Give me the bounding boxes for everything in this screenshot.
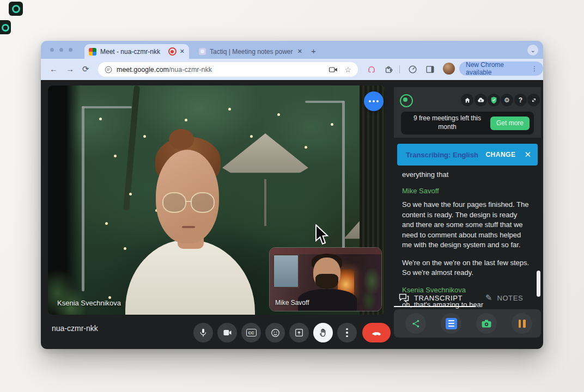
sidebar-footer-tabs: TRANSCRIPT ✎ NOTES bbox=[394, 289, 541, 307]
pip-video-tile[interactable]: Mike Savoff bbox=[270, 248, 381, 311]
home-button[interactable] bbox=[461, 94, 473, 106]
participant-hair-bun bbox=[169, 129, 194, 150]
videocam-icon bbox=[223, 329, 232, 336]
transcribing-banner: Transcribing: English CHANGE ✕ bbox=[397, 144, 538, 166]
tactiq-sidebar: ⚙ ? 9 free meetings left this month Get … bbox=[394, 87, 541, 349]
meeting-code-label: nua-czmr-nkk bbox=[52, 324, 98, 333]
camera-in-use-icon[interactable] bbox=[329, 66, 338, 74]
tactiq-chat-bubble-button[interactable] bbox=[364, 91, 384, 111]
end-call-button[interactable] bbox=[362, 323, 391, 342]
share-button[interactable] bbox=[405, 313, 426, 334]
tactiq-actions-bar bbox=[394, 309, 541, 338]
tab-close-icon[interactable]: ✕ bbox=[180, 48, 185, 55]
chrome-update-button[interactable]: New Chrome available ⋮ bbox=[459, 62, 543, 76]
google-meet-favicon bbox=[89, 48, 96, 56]
microphone-button[interactable] bbox=[193, 323, 213, 342]
glasses-lens bbox=[191, 192, 215, 213]
tab-recording-indicator-icon bbox=[168, 47, 177, 56]
address-bar[interactable]: meet.google.com/nua-czmr-nkk ☆ bbox=[98, 62, 358, 77]
transcript-text: We're on the we're on the last few steps… bbox=[402, 258, 531, 278]
desktop: Meet - nua-czmr-nkk ✕ Tactiq | Meeting n… bbox=[0, 0, 584, 392]
diagonal-resize-icon bbox=[531, 97, 537, 103]
emoji-icon bbox=[271, 328, 280, 338]
close-banner-icon[interactable]: ✕ bbox=[524, 150, 531, 160]
chat-transcript-icon bbox=[399, 293, 409, 302]
profile-avatar[interactable] bbox=[443, 63, 455, 75]
quota-text: 9 free meetings left this month bbox=[406, 114, 490, 131]
pergola-beam bbox=[82, 106, 132, 108]
side-panel-icon[interactable] bbox=[425, 65, 435, 74]
window-minimize-button[interactable] bbox=[59, 48, 63, 52]
tab-transcript[interactable]: TRANSCRIPT bbox=[394, 289, 467, 307]
camera-icon bbox=[481, 319, 492, 328]
tab-tactiq[interactable]: Tactiq | Meeting notes power ✕ bbox=[194, 44, 307, 59]
active-tab-underline bbox=[394, 306, 476, 307]
transcript-text: So we have the four pages finished. The … bbox=[402, 200, 531, 250]
collapse-panel-button[interactable] bbox=[527, 94, 540, 106]
tactiq-extension-icon[interactable] bbox=[367, 65, 376, 74]
change-language-button[interactable]: CHANGE bbox=[485, 151, 515, 158]
more-options-button[interactable] bbox=[337, 323, 357, 342]
ellipsis-icon bbox=[369, 100, 379, 102]
captions-button[interactable]: CC bbox=[241, 323, 261, 342]
window-maximize-button[interactable] bbox=[69, 48, 72, 52]
screen-recording-icon-partial bbox=[0, 20, 11, 34]
bookmark-star-icon[interactable]: ☆ bbox=[344, 65, 351, 74]
glasses-bridge bbox=[185, 201, 192, 202]
back-button[interactable]: ← bbox=[50, 64, 58, 74]
help-button[interactable]: ? bbox=[514, 94, 527, 106]
get-more-button[interactable]: Get more bbox=[490, 117, 530, 130]
recording-dot-icon bbox=[12, 5, 20, 13]
glasses-lens bbox=[162, 192, 186, 213]
browser-menu-icon[interactable]: ⋮ bbox=[531, 65, 538, 72]
gauge-extension-icon[interactable] bbox=[408, 65, 417, 74]
url-host: meet.google.com bbox=[117, 66, 169, 74]
upload-button[interactable] bbox=[474, 94, 487, 106]
google-docs-icon bbox=[446, 318, 457, 329]
present-screen-icon bbox=[295, 328, 303, 337]
reactions-button[interactable] bbox=[265, 323, 285, 342]
export-to-docs-button[interactable] bbox=[441, 313, 461, 334]
tactiq-header: ⚙ ? 9 free meetings left this month Get … bbox=[394, 87, 541, 138]
tab-title: Tactiq | Meeting notes power bbox=[210, 48, 294, 56]
settings-button[interactable]: ⚙ bbox=[501, 94, 513, 106]
tab-meet[interactable]: Meet - nua-czmr-nkk ✕ bbox=[84, 44, 189, 59]
participant-beard bbox=[315, 274, 338, 289]
plant bbox=[361, 262, 381, 310]
extensions-puzzle-icon[interactable] bbox=[384, 65, 393, 74]
screen-recording-icon bbox=[9, 2, 23, 16]
privacy-shield-button[interactable] bbox=[488, 94, 500, 106]
camera-button[interactable] bbox=[217, 323, 237, 342]
transcript-text: everything that bbox=[402, 170, 531, 180]
forward-button[interactable]: → bbox=[66, 64, 74, 74]
browser-toolbar: ← → ⟳ meet.google.com/nua-czmr-nkk ☆ bbox=[41, 59, 543, 80]
transcribing-label: Transcribing: English bbox=[406, 151, 485, 159]
quota-card: 9 free meetings left this month Get more bbox=[401, 112, 534, 134]
tab-notes[interactable]: ✎ NOTES bbox=[467, 289, 541, 307]
tactiq-logo-icon bbox=[400, 94, 413, 107]
screenshot-button[interactable] bbox=[476, 313, 497, 334]
participant-mouth bbox=[182, 226, 195, 228]
toolbar-separator bbox=[399, 65, 400, 74]
browser-window: Meet - nua-czmr-nkk ✕ Tactiq | Meeting n… bbox=[41, 41, 543, 349]
window-close-button[interactable] bbox=[50, 48, 54, 52]
pause-transcription-button[interactable] bbox=[512, 313, 532, 334]
meet-page: Ksenia Svechnikova Mike Savoff nua-cz bbox=[41, 80, 543, 349]
more-vertical-icon bbox=[346, 328, 348, 338]
transcript-tab-label: TRANSCRIPT bbox=[414, 294, 463, 302]
window bbox=[273, 254, 299, 288]
raise-hand-button[interactable] bbox=[313, 323, 333, 342]
tab-search-chevron-button[interactable]: ⌄ bbox=[527, 45, 538, 56]
reload-button[interactable]: ⟳ bbox=[82, 64, 89, 74]
site-settings-tune-icon[interactable] bbox=[105, 66, 112, 74]
umbrella-pole bbox=[264, 179, 266, 226]
chrome-update-label: New Chrome available bbox=[466, 61, 527, 76]
tab-title: Meet - nua-czmr-nkk bbox=[100, 48, 165, 56]
present-button[interactable] bbox=[289, 323, 309, 342]
question-icon: ? bbox=[519, 96, 522, 104]
new-tab-button[interactable]: + bbox=[311, 46, 316, 56]
cloud-upload-icon bbox=[477, 97, 484, 103]
tab-strip: Meet - nua-czmr-nkk ✕ Tactiq | Meeting n… bbox=[41, 41, 543, 59]
tab-close-icon[interactable]: ✕ bbox=[297, 48, 302, 55]
captions-icon: CC bbox=[246, 329, 257, 336]
